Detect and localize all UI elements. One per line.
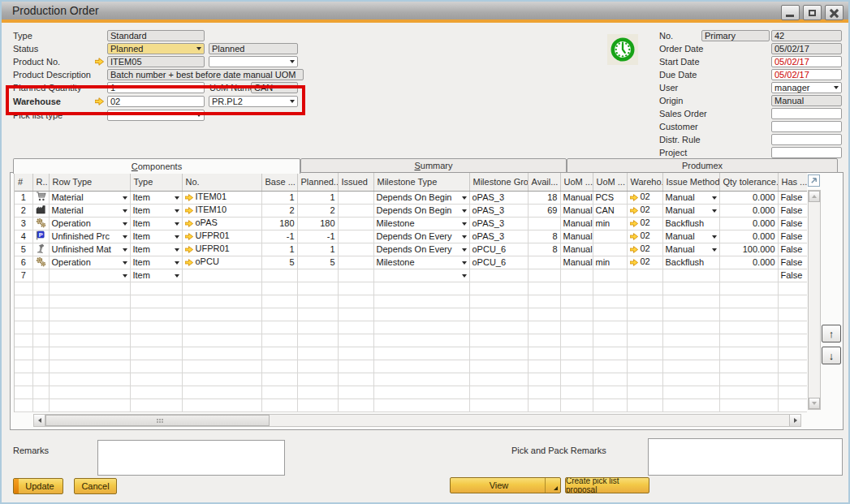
cell-milestone_group[interactable]: [469, 269, 528, 282]
dropdown-arrow-icon[interactable]: [712, 196, 717, 200]
dropdown-arrow-icon[interactable]: [123, 209, 127, 213]
cell-has_batch[interactable]: False: [778, 230, 807, 243]
link-arrow-icon[interactable]: [185, 219, 193, 229]
cell-uom_name[interactable]: PCS: [593, 191, 627, 204]
link-arrow-icon[interactable]: [630, 258, 638, 268]
horizontal-scroll-thumb[interactable]: [45, 415, 270, 426]
horizontal-scroll-track[interactable]: [45, 415, 789, 426]
cancel-button[interactable]: Cancel: [74, 478, 117, 494]
cell-uom_method[interactable]: [560, 269, 593, 282]
cell-uom_name[interactable]: CAN: [593, 204, 627, 217]
maximize-button[interactable]: [803, 5, 822, 20]
scroll-left-button[interactable]: [34, 415, 45, 426]
cell-avail[interactable]: [528, 256, 560, 269]
column-header-uom_name[interactable]: UoM ...: [593, 173, 627, 191]
user-dropdown[interactable]: manager: [771, 82, 842, 93]
update-button[interactable]: Update: [13, 478, 63, 494]
cell-row_type[interactable]: Unfinished Mat: [49, 243, 130, 256]
scroll-up-button[interactable]: [809, 191, 820, 202]
dropdown-arrow-icon[interactable]: [175, 261, 179, 265]
link-arrow-icon[interactable]: [185, 258, 193, 268]
cell-qty_tolerance[interactable]: [719, 269, 778, 282]
cell-issued[interactable]: [338, 256, 373, 269]
cell-row_type[interactable]: Operation: [49, 217, 130, 230]
cell-row_type[interactable]: [49, 269, 130, 282]
cell-qty_tolerance[interactable]: 100.000: [719, 243, 778, 256]
link-arrow-icon[interactable]: [630, 206, 638, 216]
dropdown-arrow-icon[interactable]: [123, 261, 127, 265]
cell-avail[interactable]: 69: [528, 204, 560, 217]
cell-qty_tolerance[interactable]: 0.000: [719, 191, 778, 204]
cell-issued[interactable]: [338, 243, 373, 256]
column-header-milestone_type[interactable]: Milestone Type: [373, 173, 469, 191]
dropdown-arrow-icon[interactable]: [462, 261, 467, 265]
dropdown-arrow-icon[interactable]: [712, 209, 717, 213]
cell-has_batch[interactable]: False: [778, 191, 807, 204]
cell-issue_method[interactable]: Backflush: [662, 217, 719, 230]
cell-type[interactable]: Item: [130, 217, 182, 230]
cell-has_batch[interactable]: False: [778, 243, 807, 256]
column-header-base[interactable]: Base ...: [261, 173, 297, 191]
cell-issued[interactable]: [338, 191, 373, 204]
cell-has_batch[interactable]: False: [778, 256, 807, 269]
cell-milestone_type[interactable]: Depends On Begin: [373, 191, 469, 204]
dropdown-arrow-icon[interactable]: [123, 274, 127, 278]
cell-issue_method[interactable]: Manual: [662, 230, 719, 243]
cell-issue_method[interactable]: Manual: [662, 191, 719, 204]
tab-components[interactable]: Components: [13, 158, 300, 174]
dropdown-arrow-icon[interactable]: [175, 248, 179, 252]
cell-base[interactable]: 180: [261, 217, 297, 230]
cell-warehouse[interactable]: 02: [627, 230, 662, 243]
cell-base[interactable]: 1: [261, 191, 297, 204]
column-header-warehouse[interactable]: Wareho...: [627, 173, 662, 191]
link-arrow-icon[interactable]: [630, 219, 638, 229]
link-arrow-icon[interactable]: [185, 193, 193, 203]
dropdown-arrow-icon[interactable]: [462, 209, 467, 213]
cell-issue_method[interactable]: Manual: [662, 204, 719, 217]
dropdown-arrow-icon[interactable]: [123, 248, 127, 252]
cell-issue_method[interactable]: Backflush: [662, 256, 719, 269]
cell-planned[interactable]: -1: [297, 230, 338, 243]
cell-row_type[interactable]: Material: [49, 191, 130, 204]
scroll-right-button[interactable]: [789, 415, 800, 426]
cell-issue_method[interactable]: Manual: [662, 243, 719, 256]
cell-type[interactable]: Item: [130, 204, 182, 217]
cell-base[interactable]: [261, 269, 297, 282]
cell-planned[interactable]: 5: [297, 256, 338, 269]
cell-uom_name[interactable]: [593, 269, 627, 282]
column-header-issue_method[interactable]: Issue Method: [662, 173, 719, 191]
column-header-planned[interactable]: Planned...: [297, 173, 338, 191]
cell-milestone_group[interactable]: oPCU_6: [469, 243, 528, 256]
cell-milestone_type[interactable]: Depends On Every: [373, 230, 469, 243]
dropdown-arrow-icon[interactable]: [462, 196, 467, 200]
cell-warehouse[interactable]: 02: [627, 217, 662, 230]
cell-no[interactable]: [182, 269, 261, 282]
dropdown-arrow-icon[interactable]: [462, 274, 467, 278]
cell-issue_method[interactable]: [662, 269, 719, 282]
cell-milestone_group[interactable]: oPAS_3: [469, 204, 528, 217]
cell-uom_method[interactable]: Manual: [560, 256, 593, 269]
column-header-type[interactable]: Type: [130, 173, 182, 191]
dropdown-arrow-icon[interactable]: [123, 196, 127, 200]
cell-warehouse[interactable]: 02: [627, 204, 662, 217]
cell-planned[interactable]: 2: [297, 204, 338, 217]
grid-horizontal-scrollbar[interactable]: [33, 414, 801, 427]
cell-type[interactable]: Item: [130, 243, 182, 256]
tab-summary[interactable]: Summary: [300, 158, 567, 173]
cell-row_type[interactable]: Unfinished Prc: [49, 230, 130, 243]
cell-avail[interactable]: [528, 217, 560, 230]
cell-avail[interactable]: 8: [528, 243, 560, 256]
cell-no[interactable]: oPCU: [182, 256, 261, 269]
cell-row_type[interactable]: Material: [49, 204, 130, 217]
cell-warehouse[interactable]: 02: [627, 243, 662, 256]
cell-type[interactable]: Item: [130, 269, 182, 282]
dropdown-arrow-icon[interactable]: [175, 274, 179, 278]
link-arrow-icon[interactable]: [630, 232, 638, 242]
cell-has_batch[interactable]: False: [778, 204, 807, 217]
start-date-field[interactable]: 05/02/17: [771, 56, 842, 67]
dropdown-arrow-icon[interactable]: [462, 248, 467, 252]
cell-no[interactable]: UFPR01: [182, 243, 261, 256]
link-arrow-icon[interactable]: [630, 193, 638, 203]
cell-base[interactable]: 1: [261, 243, 297, 256]
cell-milestone_group[interactable]: oPAS_3: [469, 217, 528, 230]
